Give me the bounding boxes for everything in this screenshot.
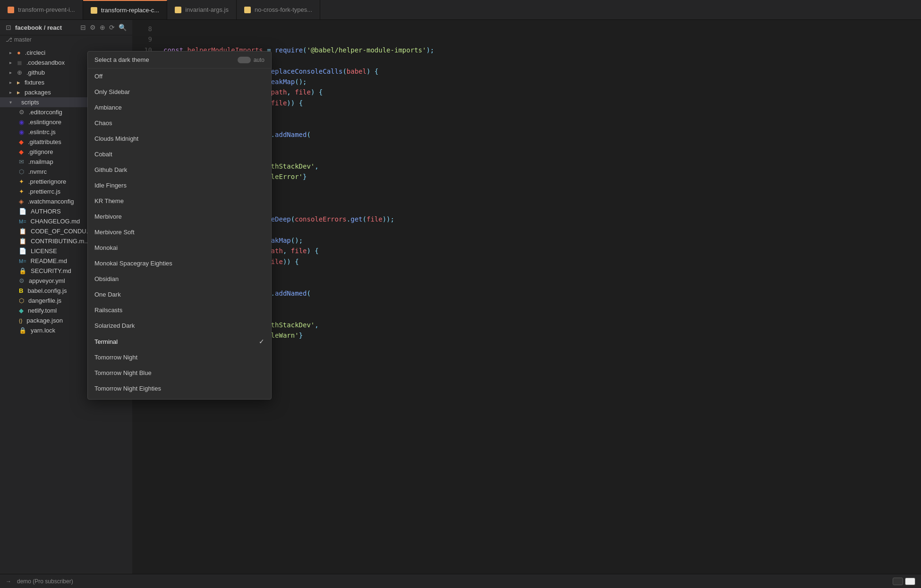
sidebar-item-label: SECURITY.md (31, 267, 71, 274)
theme-option-only-sidebar[interactable]: Only Sidebar (88, 84, 271, 100)
theme-option-ambiance[interactable]: Ambiance (88, 100, 271, 115)
auto-toggle-switch[interactable] (238, 57, 251, 63)
theme-option-idle-fingers[interactable]: Idle Fingers (88, 178, 271, 193)
theme-option-clouds-midnight[interactable]: Clouds Midnight (88, 131, 271, 146)
status-bar: → demo (Pro subscriber) (0, 574, 921, 588)
sidebar-item-label: CONTRIBUTING.m... (31, 238, 89, 245)
theme-option-label: Tomorrow Night Blue (94, 369, 152, 376)
tab-transform-replace[interactable]: transform-replace-c... (83, 0, 168, 19)
tab-invariant-args[interactable]: invariant-args.js (167, 0, 237, 19)
theme-option-label: Railscasts (94, 307, 122, 314)
theme-option-twilight[interactable]: Twilight (88, 396, 271, 399)
file-type-icon: 📋 (19, 238, 26, 245)
light-theme-btn[interactable] (905, 578, 915, 585)
sidebar-item-label: dangerfile.js (28, 297, 61, 304)
theme-option-label: Idle Fingers (94, 182, 127, 189)
theme-option-monokai-spacegray-eighties[interactable]: Monokai Spacegray Eighties (88, 256, 271, 271)
sidebar-item-label: .eslintrc.js (28, 128, 56, 136)
sidebar-item-label: LICENSE (31, 247, 57, 255)
theme-option-label: Off (94, 73, 102, 80)
tab-transform-prevent[interactable]: transform-prevent-i... (0, 0, 83, 19)
sidebar-item-label: package.json (26, 317, 63, 324)
theme-option-label: Clouds Midnight (94, 135, 138, 142)
branch-icon: ⎇ (6, 36, 12, 43)
tab-label-3: invariant-args.js (185, 6, 229, 13)
theme-option-kr-theme[interactable]: KR Theme (88, 193, 271, 209)
refresh-icon[interactable]: ⟳ (109, 24, 115, 31)
search-icon[interactable]: 🔍 (119, 24, 127, 31)
file-type-icon: ◆ (19, 307, 24, 314)
file-type-icon: ◉ (19, 128, 24, 136)
theme-option-label: Terminal (94, 338, 118, 345)
theme-option-terminal[interactable]: Terminal✓ (88, 333, 271, 349)
theme-option-label: Chaos (94, 119, 112, 127)
sidebar-item-label: scripts (21, 99, 39, 106)
dropdown-auto-toggle[interactable]: auto (238, 57, 264, 63)
sidebar-item-label: README.md (31, 257, 67, 264)
file-type-icon: ◆ (19, 148, 24, 155)
file-type-icon: 🔒 (19, 267, 26, 274)
theme-option-solarized-dark[interactable]: Solarized Dark (88, 318, 271, 333)
status-arrow-left[interactable]: → (6, 578, 11, 585)
theme-option-monokai[interactable]: Monokai (88, 240, 271, 256)
theme-option-tomorrow-night[interactable]: Tomorrow Night (88, 349, 271, 365)
sidebar-icons: ⊟ ⚙ ⊕ ⟳ 🔍 (80, 24, 127, 31)
theme-option-cobalt[interactable]: Cobalt (88, 146, 271, 162)
status-left: → demo (Pro subscriber) (6, 578, 73, 585)
theme-option-chaos[interactable]: Chaos (88, 115, 271, 131)
file-type-icon: B (19, 287, 23, 294)
branch-name: master (14, 36, 32, 43)
dropdown-list: OffOnly SidebarAmbianceChaosClouds Midni… (88, 68, 271, 399)
sidebar-item-label: babel.config.js (27, 287, 67, 294)
tab-icon-2 (91, 7, 97, 14)
sidebar-item-label: packages (25, 89, 51, 96)
file-type-icon: {} (19, 318, 22, 324)
theme-option-github-dark[interactable]: Github Dark (88, 162, 271, 178)
theme-option-label: Github Dark (94, 166, 127, 173)
theme-option-obsidian[interactable]: Obsidian (88, 271, 271, 287)
file-type-icon: ✦ (19, 188, 24, 195)
theme-option-merbivore[interactable]: Merbivore (88, 209, 271, 224)
theme-toggle[interactable] (893, 578, 915, 585)
status-demo: demo (Pro subscriber) (17, 578, 73, 585)
file-type-icon: ✦ (19, 178, 24, 185)
sidebar-item-label: .editorconfig (29, 109, 62, 116)
theme-option-railscasts[interactable]: Railscasts (88, 302, 271, 318)
file-type-icon: ◉ (19, 119, 24, 126)
tab-no-cross-fork[interactable]: no-cross-fork-types... (237, 0, 320, 19)
file-type-icon: ⊕ (17, 69, 22, 76)
tab-icon-4 (244, 7, 251, 13)
tab-label-4: no-cross-fork-types... (255, 6, 312, 13)
theme-option-tomorrow-night-eighties[interactable]: Tomorrow Night Eighties (88, 381, 271, 396)
file-type-icon: ▸ (17, 79, 20, 86)
sidebar-item-label: .codesandbox (26, 59, 65, 66)
settings-icon[interactable]: ⚙ (90, 24, 96, 31)
theme-option-one-dark[interactable]: One Dark (88, 287, 271, 302)
pin-icon[interactable]: ⊕ (100, 24, 105, 31)
theme-option-merbivore-soft[interactable]: Merbivore Soft (88, 224, 271, 240)
dark-theme-btn[interactable] (893, 578, 903, 585)
theme-option-label: Only Sidebar (94, 88, 130, 95)
file-type-icon: M= (19, 258, 26, 264)
theme-option-off[interactable]: Off (88, 68, 271, 84)
theme-option-label: Solarized Dark (94, 322, 135, 329)
dropdown-header: Select a dark theme auto (88, 51, 271, 68)
tab-icon-3 (175, 7, 181, 13)
file-type-icon: ⚙ (19, 109, 25, 116)
check-icon: ✓ (259, 338, 264, 345)
bookmark-icon[interactable]: ⊟ (80, 24, 86, 31)
theme-option-tomorrow-night-blue[interactable]: Tomorrow Night Blue (88, 365, 271, 381)
sidebar-item-label: .gitignore (28, 148, 53, 155)
sidebar-item-label: yarn.lock (31, 327, 55, 334)
auto-label: auto (254, 57, 264, 63)
theme-option-label: KR Theme (94, 197, 124, 205)
sidebar-item-label: .watchmanconfig (28, 198, 74, 205)
file-type-icon: ⬡ (19, 168, 24, 175)
sidebar-item-label: AUTHORS (31, 208, 61, 215)
file-type-icon: ▸ (17, 89, 20, 96)
file-type-icon: ● (17, 49, 21, 56)
file-type-icon: ✉ (19, 158, 24, 165)
tab-label-1: transform-prevent-i... (18, 6, 75, 13)
theme-option-label: Obsidian (94, 275, 119, 282)
sidebar-title: facebook / react (15, 24, 77, 31)
